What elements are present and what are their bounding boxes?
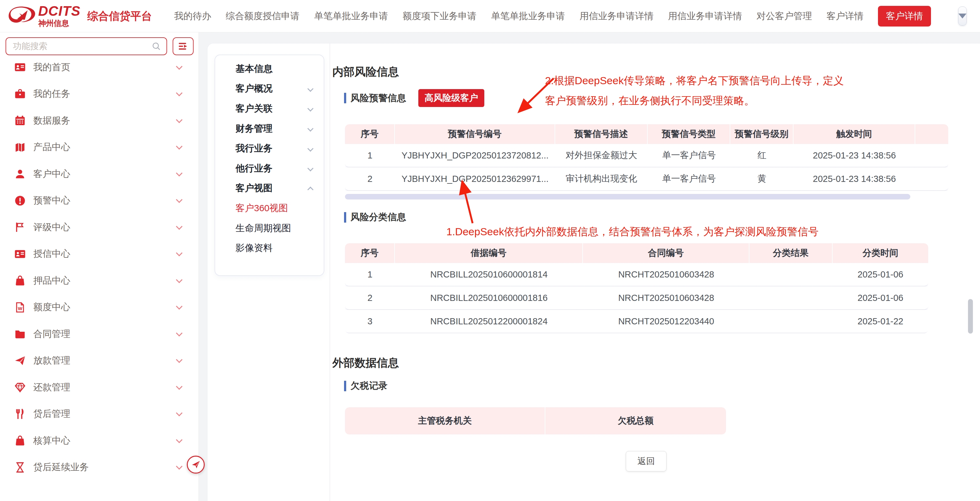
table-cell: 2025-01-23 14:38:56 xyxy=(794,167,915,190)
tax-record-subtitle-row: 欠税记录 xyxy=(344,380,388,392)
sidebar-item-12[interactable]: 还款管理 xyxy=(0,374,199,401)
column-header: 预警信号编号 xyxy=(395,124,555,144)
subnav-item-5[interactable]: 他行业务 xyxy=(215,159,324,178)
table-cell: NRCHT2025012203440 xyxy=(583,310,749,332)
sidebar-item-label: 核算中心 xyxy=(33,434,70,447)
svg-text:W: W xyxy=(18,305,22,311)
internal-risk-title: 内部风险信息 xyxy=(332,64,399,80)
chevron-down-icon xyxy=(176,143,183,150)
table-row[interactable]: 1YJBHYJXH_DGP20250123720812...对外担保金额过大单一… xyxy=(345,144,948,167)
chevron-down-icon xyxy=(176,196,183,203)
subnav-item-1[interactable]: 客户概况 xyxy=(215,79,324,99)
table-row[interactable]: 2NRCBILL2025010600001816NRCHT20250106034… xyxy=(345,286,928,310)
sidebar-item-8[interactable]: 押品中心 xyxy=(0,267,199,294)
sidebar-item-4[interactable]: 客户中心 xyxy=(0,161,199,188)
tax-record-table: 主管税务机关欠税总额 xyxy=(345,407,726,434)
idcard-icon xyxy=(14,248,26,260)
risk-warning-subtitle: 风险预警信息 xyxy=(350,92,406,105)
vertical-scrollbar[interactable] xyxy=(968,299,973,334)
table-cell: 红 xyxy=(730,144,794,167)
high-risk-customer-badge: 高风险级客户 xyxy=(418,89,484,107)
subnav-item-6[interactable]: 客户视图 xyxy=(215,178,324,199)
sidebar-item-10[interactable]: 合同管理 xyxy=(0,321,199,347)
tab-customer-detail-active[interactable]: 客户详情 xyxy=(878,6,931,27)
external-data-title: 外部数据信息 xyxy=(332,355,399,371)
sidebar-item-15[interactable]: 贷后延续业务 xyxy=(0,454,199,481)
search-input[interactable] xyxy=(6,41,152,51)
sidebar-item-2[interactable]: 数据服务 xyxy=(0,107,199,134)
subnav-item-label: 客户视图 xyxy=(235,182,272,194)
chevron-down-icon xyxy=(176,116,183,123)
idcard-icon xyxy=(14,61,26,73)
brand-name: DCITS xyxy=(38,4,80,18)
table-cell: 对外担保金额过大 xyxy=(555,144,648,167)
subnav-item-2[interactable]: 客户关联 xyxy=(215,99,324,119)
subnav-item-4[interactable]: 我行业务 xyxy=(215,138,324,159)
horizontal-scrollbar[interactable] xyxy=(345,194,910,199)
table-cell xyxy=(749,310,833,332)
tabs-dropdown-button[interactable] xyxy=(958,6,967,25)
function-search-box xyxy=(6,37,167,55)
sidebar-item-label: 贷后管理 xyxy=(33,407,70,420)
subnav-item-0[interactable]: 基本信息 xyxy=(215,59,324,79)
sidebar-item-13[interactable]: 贷后管理 xyxy=(0,401,199,428)
sidebar-item-3[interactable]: 产品中心 xyxy=(0,134,199,161)
subnav-item-3[interactable]: 财务管理 xyxy=(215,119,324,139)
topnav-item-0[interactable]: 我的待办 xyxy=(174,10,211,22)
sidebar-item-1[interactable]: 我的任务 xyxy=(0,81,199,108)
plane-icon xyxy=(14,355,26,367)
sidebar-item-5[interactable]: 预警中心 xyxy=(0,188,199,214)
column-header: 合同编号 xyxy=(583,243,749,263)
sidebar-item-0[interactable]: 我的首页 xyxy=(0,54,199,81)
subnav-item-7[interactable]: 客户360视图 xyxy=(215,198,324,218)
sidebar-item-11[interactable]: 放款管理 xyxy=(0,347,199,374)
sidebar-item-6[interactable]: 评级中心 xyxy=(0,214,199,241)
diamond-icon xyxy=(14,382,26,393)
topnav-item-4[interactable]: 单笔单批业务申请 xyxy=(491,10,565,22)
sidebar-item-label: 放款管理 xyxy=(33,354,70,367)
column-header: 序号 xyxy=(345,243,395,263)
main-content: 内部风险信息 风险预警信息 高风险级客户 2.根据DeepSeek传导策略，将客… xyxy=(332,43,980,501)
table-cell: 审计机构出现变化 xyxy=(555,167,648,190)
table-row[interactable]: 2YJBHYJXH_DGP20250123629971...审计机构出现变化单一… xyxy=(345,167,948,191)
menu-list-button[interactable] xyxy=(173,37,194,55)
table-cell: 1 xyxy=(345,144,395,167)
subnav-item-8[interactable]: 生命周期视图 xyxy=(215,218,324,238)
sidebar-item-9[interactable]: W额度中心 xyxy=(0,294,199,321)
search-icon xyxy=(152,41,161,51)
chevron-down-icon xyxy=(958,14,966,19)
sidebar-item-label: 客户中心 xyxy=(33,168,70,180)
sidebar-item-14[interactable]: 核算中心 xyxy=(0,427,199,454)
table-row[interactable]: 1NRCBILL2025010600001814NRCHT20250106034… xyxy=(345,263,928,286)
collapse-sidebar-button[interactable] xyxy=(187,456,205,474)
subnav-item-label: 影像资料 xyxy=(235,242,272,254)
sidebar-item-label: 贷后延续业务 xyxy=(33,461,89,474)
table-header-row: 序号借据编号合同编号分类结果分类时间 xyxy=(345,243,928,263)
map-icon xyxy=(14,142,26,153)
sidebar-item-label: 押品中心 xyxy=(33,274,70,287)
topnav-item-1[interactable]: 综合额度授信申请 xyxy=(226,10,300,22)
hamburger-arrow-icon xyxy=(178,41,188,51)
sidebar-item-label: 我的首页 xyxy=(33,61,70,74)
topnav-item-2[interactable]: 单笔单批业务申请 xyxy=(314,10,388,22)
topnav-item-5[interactable]: 用信业务申请详情 xyxy=(579,10,654,22)
topnav-item-7[interactable]: 对公客户管理 xyxy=(757,10,812,22)
chevron-down-icon xyxy=(176,437,183,443)
back-button[interactable]: 返回 xyxy=(626,451,667,471)
alert-icon xyxy=(14,195,26,207)
column-header: 主管税务机关 xyxy=(345,407,545,434)
calendar-icon xyxy=(14,115,26,126)
topnav-item-3[interactable]: 额度项下业务申请 xyxy=(402,10,477,22)
column-header: 欠税总额 xyxy=(545,407,726,434)
column-header: 分类时间 xyxy=(833,243,928,263)
table-cell: 2025-01-23 14:38:56 xyxy=(794,144,915,167)
topnav-item-6[interactable]: 用信业务申请详情 xyxy=(668,10,742,22)
table-row[interactable]: 3NRCBILL2025012200001824NRCHT20250122034… xyxy=(345,310,928,333)
table-cell: 消 xyxy=(915,167,948,190)
plane-left-icon xyxy=(191,460,201,469)
content-panel: 基本信息客户概况客户关联财务管理我行业务他行业务客户视图客户360视图生命周期视… xyxy=(207,43,980,501)
topnav-item-8[interactable]: 客户详情 xyxy=(826,10,864,22)
risk-classification-subtitle: 风险分类信息 xyxy=(350,211,406,224)
subnav-item-9[interactable]: 影像资料 xyxy=(215,238,324,258)
sidebar-item-7[interactable]: 授信中心 xyxy=(0,241,199,267)
